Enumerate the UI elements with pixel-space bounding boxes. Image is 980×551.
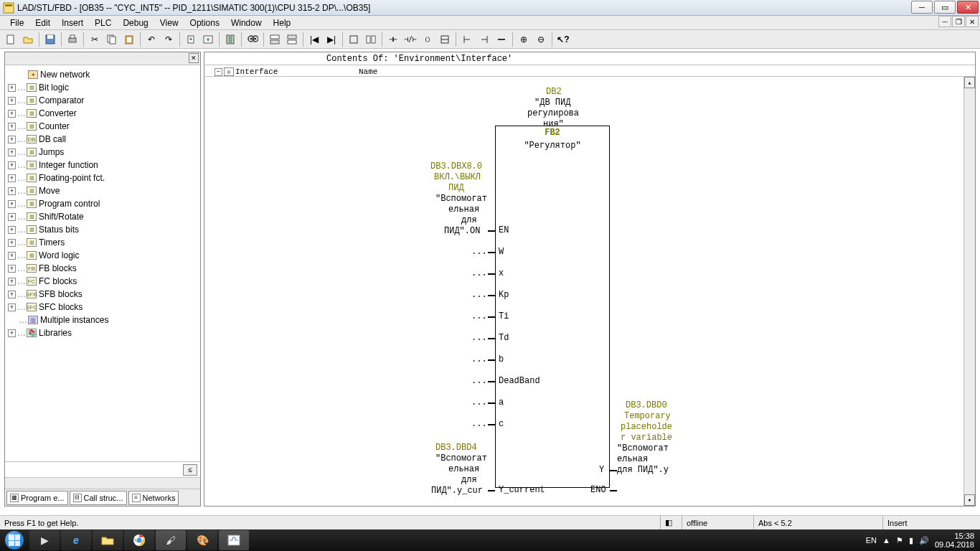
task-ie[interactable]: e (61, 530, 91, 550)
tree-item-word-logic[interactable]: +…⊞Word logic (6, 249, 199, 262)
tree-item-jumps[interactable]: +…⊞Jumps (6, 146, 199, 159)
tree-item-sfb-blocks[interactable]: +…SFBSFB blocks (6, 288, 199, 301)
tree-item-bit-logic[interactable]: +…⊞Bit logic (6, 81, 199, 94)
expander-icon[interactable]: + (8, 329, 16, 337)
expander-icon[interactable]: + (8, 174, 16, 182)
mdi-minimize-button[interactable]: ─ (938, 16, 951, 27)
zoom-out-button[interactable]: ⊖ (533, 32, 549, 47)
tree-item-status-bits[interactable]: +…⊞Status bits (6, 223, 199, 236)
tree-item-fc-blocks[interactable]: +…FCFC blocks (6, 275, 199, 288)
expander-icon[interactable]: + (8, 226, 16, 234)
tree-item-integer-function[interactable]: +…⊞Integer function (6, 159, 199, 171)
tab-networks[interactable]: ≡Networks (128, 491, 179, 505)
undo-button[interactable]: ↶ (143, 32, 159, 47)
tray-flag-icon[interactable]: ▲ (882, 536, 890, 545)
menu-plc[interactable]: PLC (89, 17, 117, 29)
expander-icon[interactable]: + (8, 278, 16, 286)
diagram-vscroll[interactable]: ▴ ▾ (963, 77, 975, 506)
expander-icon[interactable]: + (8, 110, 16, 118)
menu-view[interactable]: View (154, 17, 184, 29)
tree-item-move[interactable]: +…⊞Move (6, 184, 199, 197)
menu-options[interactable]: Options (184, 17, 225, 29)
menu-help[interactable]: Help (268, 17, 297, 29)
tree-item-shift-rotate[interactable]: +…⊞Shift/Rotate (6, 210, 199, 223)
menu-insert[interactable]: Insert (56, 17, 89, 29)
scroll-down-button[interactable]: ▾ (964, 494, 975, 506)
network-diagram[interactable]: DB2 "ДВ ПИД регулирова ния" FB2 "Регулят… (204, 77, 975, 506)
contact-closed-button[interactable]: ⊣/⊢ (402, 32, 418, 47)
tree-item-sfc-blocks[interactable]: +…SFCSFC blocks (6, 301, 199, 314)
tree-item-timers[interactable]: +…⊞Timers (6, 236, 199, 249)
tree-item-floating-point-fct-[interactable]: +…⊞Floating-point fct. (6, 171, 199, 184)
tree-item-multiple-instances[interactable]: …▥Multiple instances (6, 314, 199, 326)
task-pinta[interactable]: 🖌 (156, 530, 186, 550)
menu-edit[interactable]: Edit (29, 17, 56, 29)
mdi-close-button[interactable]: ✕ (966, 16, 979, 27)
open-button[interactable] (20, 32, 36, 47)
expander-icon[interactable]: + (8, 213, 16, 221)
redo-button[interactable]: ↷ (161, 32, 176, 47)
close-button[interactable]: ✕ (957, 1, 979, 14)
help-pointer-button[interactable]: ↖? (555, 32, 571, 47)
contact-open-button[interactable]: ⊣⊢ (385, 32, 401, 47)
catalog-button[interactable] (363, 32, 379, 47)
tree-item-db-call[interactable]: +…DBDB call (6, 133, 199, 146)
cut-button[interactable]: ✂ (87, 32, 103, 47)
online-button[interactable] (200, 32, 216, 47)
expander-icon[interactable]: + (8, 239, 16, 247)
new-button[interactable] (3, 32, 19, 47)
tree-scrollbar[interactable] (5, 477, 200, 489)
copy-button[interactable] (104, 32, 120, 47)
task-mediaplayer[interactable]: ▶ (29, 530, 60, 550)
expander-icon[interactable]: + (8, 123, 16, 131)
paste-button[interactable] (121, 32, 137, 47)
tree-item-new-network[interactable]: ✦New network (6, 68, 199, 81)
expander-icon[interactable]: + (8, 187, 16, 195)
tray-network-icon[interactable]: ▮ (909, 536, 913, 545)
menu-debug[interactable]: Debug (117, 17, 154, 29)
minimize-button[interactable]: ─ (911, 1, 933, 14)
task-mspaint[interactable]: 🎨 (187, 530, 217, 550)
menu-window[interactable]: Window (225, 17, 268, 29)
network-after-button[interactable] (284, 32, 300, 47)
expander-icon[interactable]: + (8, 97, 16, 105)
save-button[interactable] (42, 32, 58, 47)
expander-icon[interactable]: + (8, 291, 16, 298)
download-button[interactable] (183, 32, 199, 47)
menu-file[interactable]: File (4, 17, 29, 29)
tree-item-comparator[interactable]: +…⊞Comparator (6, 94, 199, 107)
connection-button[interactable] (494, 32, 509, 47)
empty-box-button[interactable] (437, 32, 453, 47)
expander-icon[interactable]: + (8, 136, 16, 143)
catalog-close-button[interactable]: ✕ (189, 53, 199, 63)
fb-block[interactable]: FB2 "Регулятор" (495, 126, 610, 488)
tray-clock[interactable]: 15:38 09.04.2018 (935, 532, 974, 549)
branch-open-button[interactable] (459, 32, 475, 47)
expander-icon[interactable]: + (8, 84, 16, 92)
network-before-button[interactable] (267, 32, 283, 47)
scroll-up-button[interactable]: ▴ (964, 77, 975, 88)
print-button[interactable] (65, 32, 80, 47)
task-explorer[interactable] (93, 530, 123, 550)
interface-expander[interactable]: − (215, 68, 222, 76)
maximize-button[interactable]: ▭ (934, 1, 956, 14)
expander-icon[interactable]: + (8, 252, 16, 260)
expander-icon[interactable]: + (8, 161, 16, 169)
tree-item-libraries[interactable]: +…📚Libraries (6, 326, 199, 339)
mdi-restore-button[interactable]: ❐ (952, 16, 965, 27)
instruction-tree[interactable]: ✦New network+…⊞Bit logic+…⊞Comparator+…⊞… (5, 65, 200, 461)
tab-program-elements[interactable]: ▦Program e... (6, 491, 68, 505)
branch-close-button[interactable] (476, 32, 492, 47)
zoom-in-button[interactable]: ⊕ (516, 32, 532, 47)
tray-lang[interactable]: EN (866, 536, 877, 545)
tab-call-structure[interactable]: ⊟Call struc... (70, 491, 127, 505)
tray-action-icon[interactable]: ⚑ (896, 536, 903, 545)
start-button[interactable] (0, 529, 29, 551)
tree-item-fb-blocks[interactable]: +…FBFB blocks (6, 262, 199, 275)
tree-item-converter[interactable]: +…⊞Converter (6, 107, 199, 120)
box-button[interactable] (346, 32, 362, 47)
task-chrome[interactable] (124, 530, 154, 550)
goto-next-button[interactable]: ▶| (324, 32, 339, 47)
expander-icon[interactable]: + (8, 200, 16, 208)
expander-icon[interactable]: + (8, 303, 16, 311)
